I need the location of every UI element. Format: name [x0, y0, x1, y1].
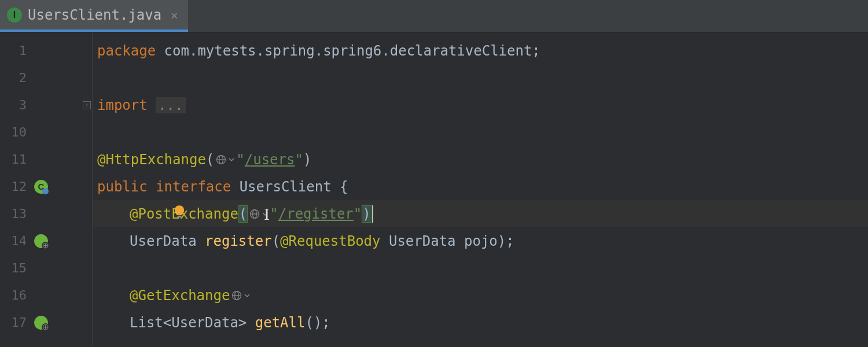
globe-icon: [215, 154, 227, 165]
chevron-down-icon: [262, 211, 269, 217]
string-quote: ": [354, 206, 362, 222]
keyword: import: [97, 97, 156, 113]
punct: );: [498, 233, 514, 249]
gutter-row[interactable]: 3 +: [0, 91, 92, 119]
type-name: List<UserData>: [130, 315, 255, 331]
code-line[interactable]: [93, 119, 868, 146]
code-line[interactable]: public interface UsersClient {: [93, 173, 868, 200]
line-number: 11: [0, 152, 30, 167]
close-icon[interactable]: ✕: [171, 8, 178, 22]
gutter-row[interactable]: 17: [0, 309, 92, 336]
code-line-current[interactable]: I @PostExchange("/register"): [93, 200, 868, 227]
spring-bean-icon[interactable]: C: [34, 173, 49, 200]
line-number: 13: [0, 206, 30, 221]
globe-icon: [249, 208, 260, 220]
code-line[interactable]: List<UserData> getAll();: [93, 309, 868, 336]
code-area[interactable]: package com.mytests.spring.spring6.decla…: [93, 32, 868, 347]
line-number: 1: [0, 43, 30, 58]
type-name: UserData: [380, 233, 464, 249]
url-path[interactable]: /users: [245, 152, 295, 168]
globe-icon: [231, 290, 242, 301]
method-name: getAll: [255, 315, 306, 331]
string-quote: ": [295, 152, 303, 168]
type-name: UsersClient: [240, 179, 340, 195]
url-badge[interactable]: [215, 154, 235, 165]
file-tab[interactable]: I UsersClient.java ✕: [0, 0, 188, 32]
url-badge[interactable]: [231, 290, 251, 301]
gutter-row[interactable]: 2: [0, 64, 92, 91]
spring-nav-icon[interactable]: [34, 309, 49, 336]
line-number: 14: [0, 234, 30, 248]
string-quote: ": [236, 152, 244, 168]
svg-point-2: [42, 188, 49, 194]
code-line[interactable]: [93, 64, 868, 91]
gutter-row[interactable]: 10: [0, 119, 92, 146]
brace: {: [340, 179, 348, 195]
interface-icon: I: [7, 8, 22, 23]
paren-matched: ): [362, 205, 371, 223]
url-badge[interactable]: [249, 208, 269, 220]
paren: (: [206, 152, 214, 168]
annotation: @GetExchange: [130, 287, 230, 304]
gutter-row[interactable]: 14: [0, 227, 92, 254]
punct: ();: [305, 315, 330, 331]
code-line[interactable]: import ...: [93, 91, 868, 119]
line-number: 15: [0, 261, 30, 275]
gutter-row[interactable]: 16: [0, 282, 92, 309]
line-number: 2: [0, 71, 30, 85]
folded-text[interactable]: ...: [156, 97, 185, 113]
code-line[interactable]: package com.mytests.spring.spring6.decla…: [93, 37, 868, 64]
code-line[interactable]: @GetExchange: [93, 282, 868, 309]
line-number: 12: [0, 179, 30, 194]
gutter-row[interactable]: 1: [0, 37, 92, 64]
line-number: 10: [0, 125, 30, 139]
spring-nav-icon[interactable]: [34, 227, 49, 254]
url-path[interactable]: /register: [278, 206, 354, 222]
code-line[interactable]: @HttpExchange("/users"): [93, 146, 868, 173]
chevron-down-icon: [228, 156, 235, 163]
editor: 1 2 3 + 10 11 12 C 13 14 15 16 17: [0, 32, 868, 347]
gutter-row[interactable]: 15: [0, 254, 92, 282]
paren-matched: (: [238, 205, 248, 223]
line-number: 17: [0, 315, 30, 330]
package-path: com.mytests.spring.spring6.declarativeCl…: [156, 43, 540, 59]
method-name: register: [205, 233, 272, 249]
code-line[interactable]: UserData register(@RequestBody UserData …: [93, 227, 868, 254]
tab-bar: I UsersClient.java ✕: [0, 0, 868, 32]
keyword: package: [97, 43, 156, 59]
annotation: @RequestBody: [280, 233, 380, 249]
param-name: pojo: [464, 233, 498, 249]
gutter-row[interactable]: 11: [0, 146, 92, 173]
annotation: @HttpExchange: [97, 152, 206, 168]
gutter: 1 2 3 + 10 11 12 C 13 14 15 16 17: [0, 32, 93, 347]
tab-filename: UsersClient.java: [28, 7, 161, 23]
type-name: UserData: [130, 233, 205, 249]
line-number: 3: [0, 98, 30, 112]
line-number: 16: [0, 288, 30, 302]
paren: (: [272, 233, 280, 249]
paren: ): [303, 152, 311, 168]
gutter-row[interactable]: 12 C: [0, 173, 92, 200]
fold-expand-icon[interactable]: +: [83, 101, 91, 109]
code-line[interactable]: [93, 254, 868, 282]
string-quote: ": [270, 206, 278, 222]
svg-rect-12: [177, 215, 181, 217]
gutter-row[interactable]: 13: [0, 200, 92, 227]
caret: [372, 205, 373, 223]
chevron-down-icon: [244, 292, 251, 299]
